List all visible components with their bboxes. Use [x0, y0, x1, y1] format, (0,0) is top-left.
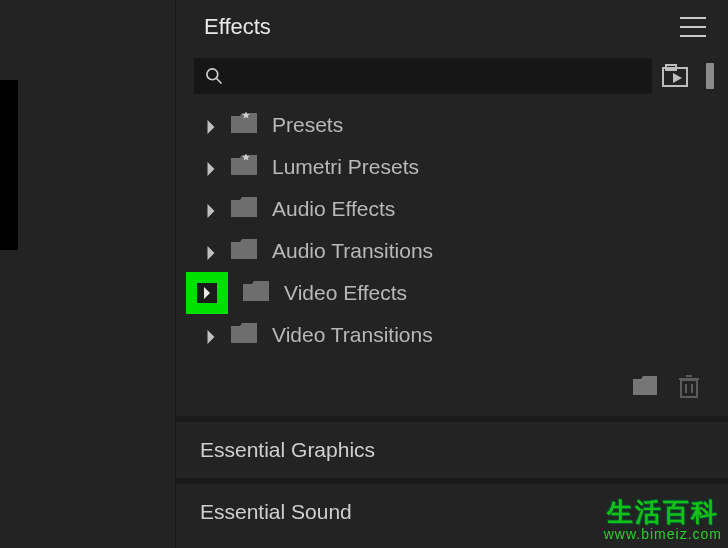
svg-marker-5: [208, 120, 215, 134]
chevron-right-icon: [206, 162, 216, 176]
svg-marker-10: [208, 246, 215, 260]
preview-thumbnail: [0, 80, 18, 250]
new-bin-icon[interactable]: [632, 374, 658, 396]
svg-marker-9: [208, 204, 215, 218]
effects-tree: Presets Lumetri Presets Audio Effects Au…: [194, 104, 714, 364]
svg-marker-7: [208, 162, 215, 176]
effects-panel: Effects Presets Lumetri Presets: [176, 0, 728, 548]
chevron-right-icon: [203, 287, 211, 299]
search-box[interactable]: [194, 58, 652, 94]
folder-icon: [230, 238, 258, 260]
tree-item-label: Audio Transitions: [272, 239, 433, 263]
panel-title: Effects: [204, 14, 271, 40]
folder-icon: [230, 322, 258, 344]
expand-chevron[interactable]: [206, 330, 216, 340]
tree-item-presets[interactable]: Presets: [194, 104, 714, 146]
essential-sound-panel-header[interactable]: Essential Sound: [176, 484, 728, 540]
effects-panel-header[interactable]: Effects: [176, 0, 728, 54]
left-sidebar-bg: [0, 0, 175, 548]
expand-chevron[interactable]: [206, 246, 216, 256]
tree-item-audio-effects[interactable]: Audio Effects: [194, 188, 714, 230]
tree-item-label: Lumetri Presets: [272, 155, 419, 179]
expand-chevron[interactable]: [206, 120, 216, 130]
tree-item-video-effects[interactable]: Video Effects: [194, 272, 714, 314]
tree-item-label: Audio Effects: [272, 197, 395, 221]
new-preset-bin-icon[interactable]: [662, 63, 692, 89]
folder-star-icon: [230, 154, 258, 176]
svg-marker-4: [673, 73, 682, 83]
panel-options-icon[interactable]: [706, 63, 714, 89]
tree-item-label: Video Transitions: [272, 323, 433, 347]
svg-rect-13: [681, 380, 697, 397]
tree-item-label: Presets: [272, 113, 343, 137]
essential-sound-label: Essential Sound: [200, 500, 352, 523]
svg-marker-11: [204, 287, 210, 299]
svg-point-0: [207, 69, 218, 80]
search-input[interactable]: [232, 66, 642, 87]
expand-chevron[interactable]: [206, 162, 216, 172]
svg-marker-12: [208, 330, 215, 344]
folder-icon: [230, 196, 258, 218]
tree-item-video-transitions[interactable]: Video Transitions: [194, 314, 714, 356]
folder-star-icon: [230, 112, 258, 134]
chevron-right-icon: [206, 120, 216, 134]
chevron-right-icon: [206, 204, 216, 218]
tree-item-audio-transitions[interactable]: Audio Transitions: [194, 230, 714, 272]
expand-chevron[interactable]: [206, 204, 216, 214]
tree-item-lumetri-presets[interactable]: Lumetri Presets: [194, 146, 714, 188]
search-row: [194, 58, 714, 94]
panel-menu-icon[interactable]: [680, 17, 706, 37]
folder-icon: [242, 280, 270, 302]
essential-graphics-panel-header[interactable]: Essential Graphics: [176, 422, 728, 478]
chevron-right-icon: [206, 330, 216, 344]
chevron-right-icon: [206, 246, 216, 260]
tree-item-label: Video Effects: [284, 281, 407, 305]
bin-actions-row: [176, 364, 728, 416]
svg-line-1: [217, 79, 222, 84]
delete-icon[interactable]: [678, 374, 700, 398]
highlight-badge[interactable]: [186, 272, 228, 314]
search-icon: [204, 66, 224, 86]
essential-graphics-label: Essential Graphics: [200, 438, 375, 461]
